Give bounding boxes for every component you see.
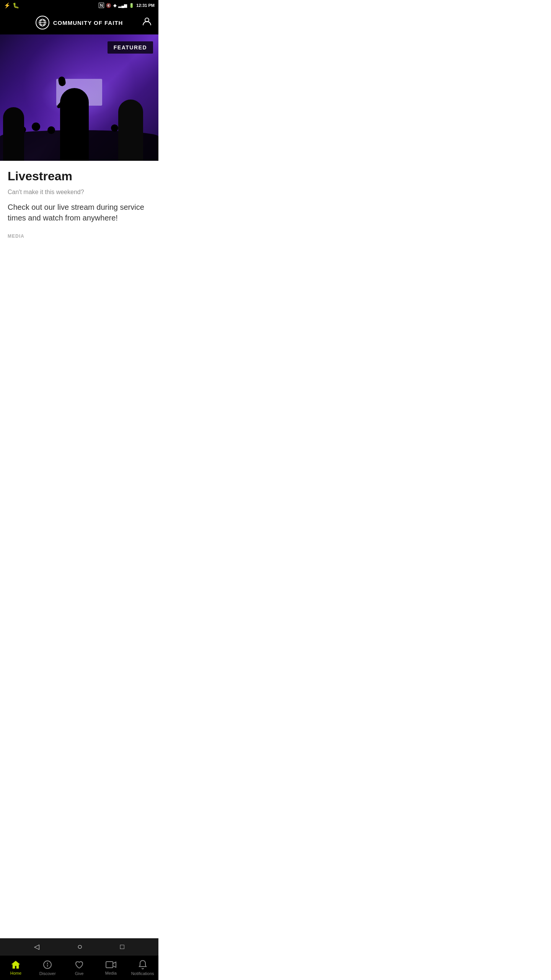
debug-icon: 🐛 bbox=[13, 2, 19, 8]
usb-icon: ⚡ bbox=[4, 2, 10, 8]
signal-bars: ▂▄▆ bbox=[118, 3, 127, 8]
content-area: Livestream Can't make it this weekend? C… bbox=[0, 161, 158, 245]
content-tag: MEDIA bbox=[8, 234, 24, 239]
featured-badge: FEATURED bbox=[108, 41, 153, 54]
profile-button[interactable] bbox=[142, 16, 152, 29]
app-header: COMMUNITY OF FAITH bbox=[0, 11, 158, 34]
content-body: Check out our live stream during service… bbox=[8, 202, 151, 223]
logo-container: COMMUNITY OF FAITH bbox=[36, 16, 123, 29]
app-title: COMMUNITY OF FAITH bbox=[53, 20, 123, 26]
head-3 bbox=[32, 122, 40, 131]
status-bar: ⚡ 🐛 N 🔇 ◈ ▂▄▆ 🔋 12:31 PM bbox=[0, 0, 158, 11]
status-right-area: N 🔇 ◈ ▂▄▆ 🔋 12:31 PM bbox=[99, 3, 155, 8]
image-content: FEATURED bbox=[0, 34, 158, 161]
featured-image[interactable]: FEATURED bbox=[0, 34, 158, 161]
head-5 bbox=[111, 124, 118, 132]
status-left-icons: ⚡ 🐛 bbox=[4, 2, 19, 8]
logo-globe-icon bbox=[36, 16, 49, 29]
crowd-area bbox=[0, 77, 158, 161]
content-title: Livestream bbox=[8, 169, 151, 183]
wifi-icon: ◈ bbox=[113, 3, 116, 8]
hand bbox=[58, 76, 66, 87]
nfc-icon: N bbox=[99, 3, 104, 8]
content-subtitle: Can't make it this weekend? bbox=[8, 189, 151, 196]
time-display: 12:31 PM bbox=[136, 3, 155, 8]
right-figure bbox=[118, 100, 143, 161]
mute-icon: 🔇 bbox=[106, 3, 111, 8]
battery-icon: 🔋 bbox=[129, 3, 134, 8]
left-figure bbox=[3, 107, 24, 161]
